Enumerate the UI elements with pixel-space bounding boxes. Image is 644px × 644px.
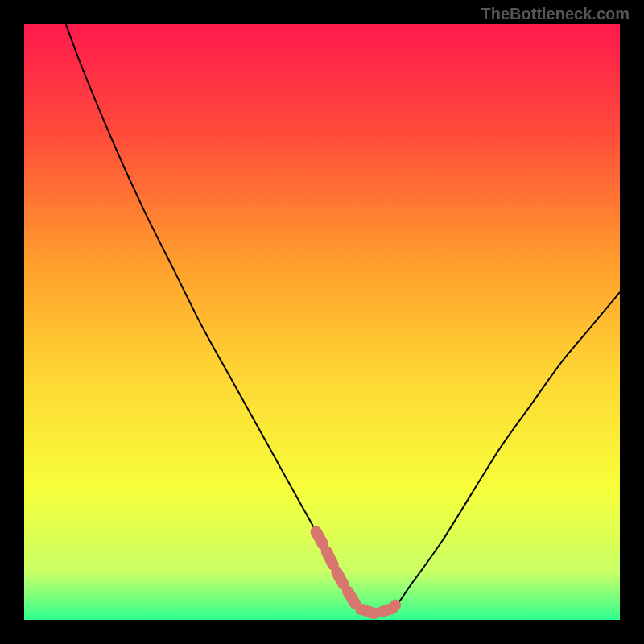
bottleneck-plot xyxy=(24,24,620,620)
chart-frame: TheBottleneck.com xyxy=(0,0,644,644)
gradient-background xyxy=(24,24,620,620)
plot-svg xyxy=(24,24,620,620)
watermark-text: TheBottleneck.com xyxy=(481,5,630,23)
